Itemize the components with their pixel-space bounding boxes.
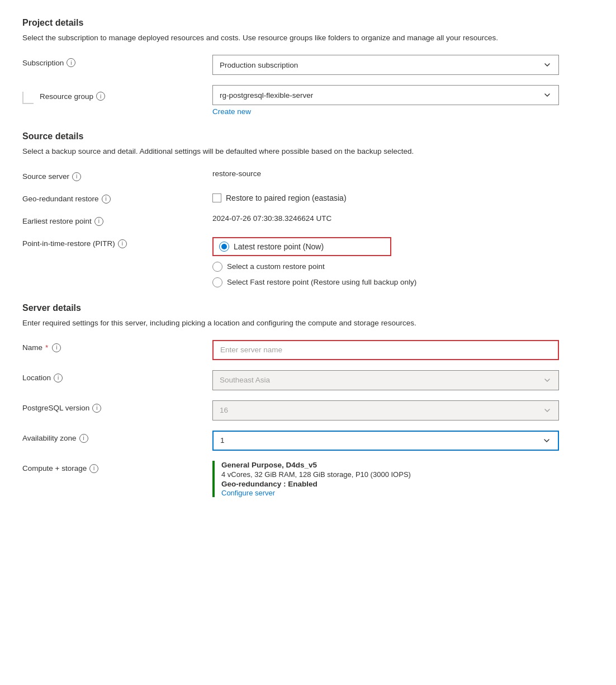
source-details-section: Source details Select a backup source an…	[22, 131, 594, 287]
pitr-radio-group: Latest restore point (Now) Select a cust…	[212, 236, 594, 287]
server-name-input[interactable]	[212, 340, 559, 360]
pitr-option-custom-row[interactable]: Select a custom restore point	[212, 262, 594, 272]
geo-redundancy-label: Geo-redundancy : Enabled	[221, 480, 594, 488]
resource-group-control: rg-postgresql-flexible-server Create new	[212, 85, 594, 116]
create-new-link[interactable]: Create new	[212, 107, 251, 116]
project-details-section: Project details Select the subscription …	[22, 18, 594, 116]
postgresql-version-info-icon[interactable]: i	[92, 404, 101, 413]
source-server-row: Source server i restore-source	[22, 169, 594, 181]
compute-storage-info-icon[interactable]: i	[89, 464, 98, 473]
server-name-label: Name * i	[22, 340, 212, 352]
availability-zone-dropdown[interactable]: 1	[212, 431, 559, 451]
pitr-option-latest-highlighted[interactable]: Latest restore point (Now)	[212, 237, 391, 256]
resource-group-label-area: Resource group i	[22, 85, 212, 104]
geo-redundant-checkbox[interactable]	[212, 193, 221, 202]
source-server-value: restore-source	[212, 169, 594, 178]
postgresql-version-label: PostgreSQL version i	[22, 400, 212, 413]
earliest-restore-point-row: Earliest restore point i 2024-07-26 07:3…	[22, 214, 594, 226]
source-server-info-icon[interactable]: i	[72, 172, 81, 181]
earliest-restore-point-value: 2024-07-26 07:30:38.3246624 UTC	[212, 214, 594, 223]
pitr-option-fast-row[interactable]: Select Fast restore point (Restore using…	[212, 277, 594, 287]
availability-zone-control: 1	[212, 431, 594, 451]
resource-group-row: Resource group i rg-postgresql-flexible-…	[22, 85, 594, 116]
location-control: Southeast Asia	[212, 370, 594, 390]
resource-group-dropdown[interactable]: rg-postgresql-flexible-server	[212, 85, 559, 105]
resource-group-info-icon[interactable]: i	[96, 92, 105, 101]
postgresql-version-row: PostgreSQL version i 16	[22, 400, 594, 421]
server-name-row: Name * i	[22, 340, 594, 360]
server-details-section: Server details Enter required settings f…	[22, 303, 594, 497]
compute-tier-detail: 4 vCores, 32 GiB RAM, 128 GiB storage, P…	[221, 470, 594, 479]
postgresql-version-dropdown[interactable]: 16	[212, 400, 559, 421]
source-details-desc: Select a backup source and detail. Addit…	[22, 146, 594, 157]
configure-server-link[interactable]: Configure server	[221, 489, 275, 497]
compute-storage-label: Compute + storage i	[22, 461, 212, 473]
subscription-row: Subscription i Production subscription	[22, 55, 594, 75]
availability-zone-label: Availability zone i	[22, 431, 212, 443]
pitr-row: Point-in-time-restore (PITR) i Latest re…	[22, 236, 594, 287]
compute-storage-control: General Purpose, D4ds_v5 4 vCores, 32 Gi…	[212, 461, 594, 497]
subscription-control: Production subscription	[212, 55, 594, 75]
pitr-control: Latest restore point (Now) Select a cust…	[212, 236, 594, 287]
geo-redundant-info-icon[interactable]: i	[102, 195, 111, 204]
project-details-title: Project details	[22, 18, 594, 28]
subscription-chevron-icon	[543, 60, 552, 69]
pitr-label: Point-in-time-restore (PITR) i	[22, 236, 212, 248]
availability-zone-chevron-icon	[542, 436, 551, 445]
location-row: Location i Southeast Asia	[22, 370, 594, 390]
resource-group-dropdown-wrapper: rg-postgresql-flexible-server	[212, 85, 559, 105]
postgresql-version-control: 16	[212, 400, 594, 421]
subscription-label: Subscription i	[22, 55, 212, 67]
availability-zone-info-icon[interactable]: i	[79, 434, 88, 443]
pitr-radio-custom[interactable]	[212, 262, 222, 272]
geo-redundant-checkbox-row: Restore to paired region (eastasia)	[212, 191, 594, 202]
compute-storage-info-box: General Purpose, D4ds_v5 4 vCores, 32 Gi…	[212, 461, 594, 497]
pitr-option-fast-label: Select Fast restore point (Restore using…	[227, 278, 416, 286]
geo-redundant-row: Geo-redundant restore i Restore to paire…	[22, 191, 594, 204]
source-details-title: Source details	[22, 131, 594, 141]
indent-line	[22, 92, 34, 104]
earliest-restore-point-label: Earliest restore point i	[22, 214, 212, 226]
compute-storage-row: Compute + storage i General Purpose, D4d…	[22, 461, 594, 497]
subscription-dropdown[interactable]: Production subscription	[212, 55, 559, 75]
earliest-restore-point-info-icon[interactable]: i	[94, 217, 103, 226]
location-info-icon[interactable]: i	[54, 374, 63, 382]
resource-group-chevron-icon	[543, 91, 552, 100]
subscription-info-icon[interactable]: i	[67, 58, 75, 67]
availability-zone-row: Availability zone i 1	[22, 431, 594, 451]
server-name-info-icon[interactable]: i	[52, 343, 61, 352]
project-details-desc: Select the subscription to manage deploy…	[22, 32, 594, 44]
geo-redundant-label: Geo-redundant restore i	[22, 191, 212, 204]
pitr-option-latest-label: Latest restore point (Now)	[234, 242, 324, 251]
pitr-radio-latest[interactable]	[219, 242, 229, 252]
pitr-radio-fast[interactable]	[212, 277, 222, 287]
pitr-info-icon[interactable]: i	[118, 239, 127, 248]
subscription-dropdown-wrapper: Production subscription	[212, 55, 559, 75]
postgresql-version-chevron-icon	[543, 406, 552, 415]
compute-tier-name: General Purpose, D4ds_v5	[221, 461, 594, 469]
source-server-label: Source server i	[22, 169, 212, 181]
server-name-control	[212, 340, 594, 360]
server-details-title: Server details	[22, 303, 594, 313]
location-dropdown[interactable]: Southeast Asia	[212, 370, 559, 390]
location-label: Location i	[22, 370, 212, 382]
pitr-option-custom-label: Select a custom restore point	[227, 262, 325, 271]
server-details-desc: Enter required settings for this server,…	[22, 318, 594, 329]
location-chevron-icon	[543, 376, 552, 385]
server-name-required: *	[45, 343, 48, 352]
geo-redundant-control: Restore to paired region (eastasia)	[212, 191, 594, 202]
